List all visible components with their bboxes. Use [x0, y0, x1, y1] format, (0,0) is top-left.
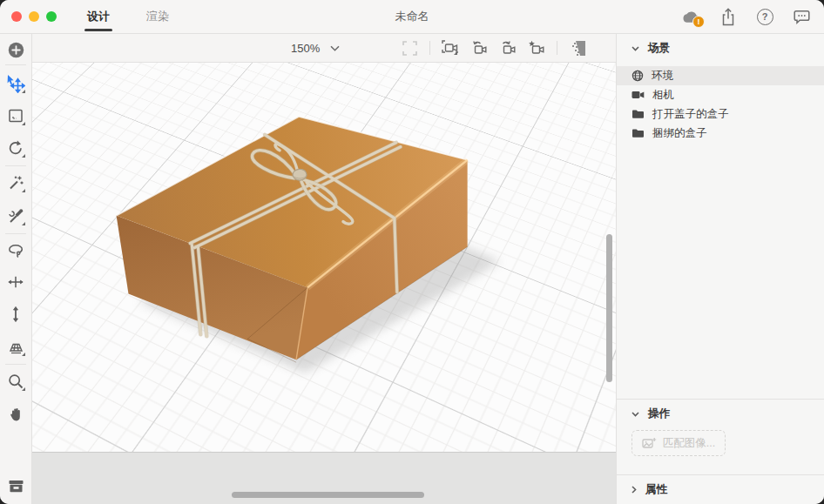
- scene-item-environment[interactable]: 环境: [617, 66, 824, 85]
- perspective-tool[interactable]: [4, 335, 27, 358]
- cloud-warning-badge: !: [692, 16, 705, 28]
- actions-section-header[interactable]: 操作: [617, 400, 824, 428]
- plus-circle-icon: [8, 42, 24, 58]
- scene-section: 场景 环境 相机: [617, 34, 824, 400]
- mode-tabs: 设计 渲染: [85, 0, 171, 33]
- camera-redo-icon: [499, 40, 517, 56]
- scene-item-label: 相机: [652, 88, 674, 103]
- camera-view-button[interactable]: [442, 39, 459, 57]
- color-picker-tool[interactable]: [4, 205, 27, 227]
- lasso-tool[interactable]: [4, 239, 27, 261]
- horizontal-scrollbar[interactable]: [232, 492, 424, 498]
- actions-section-title: 操作: [648, 407, 670, 421]
- minimize-button[interactable]: [29, 11, 39, 22]
- submenu-indicator: [454, 51, 457, 55]
- tab-design[interactable]: 设计: [85, 0, 111, 33]
- tab-render[interactable]: 渲染: [145, 0, 171, 33]
- folder-icon: [632, 109, 645, 119]
- toolbar-separator: [5, 364, 26, 365]
- camera-undo-icon: [470, 40, 488, 56]
- toolbar-separator: [557, 41, 557, 55]
- rotate-tool[interactable]: [4, 137, 27, 159]
- add-object-button[interactable]: [4, 38, 27, 61]
- camera-state-star-icon: [528, 40, 545, 56]
- titlebar: 设计 渲染 未命名 ! ?: [0, 0, 824, 34]
- folder-icon: [632, 128, 645, 138]
- hand-icon: [8, 406, 24, 423]
- submenu-indicator: [22, 122, 25, 125]
- zoom-level-dropdown[interactable]: 150%: [291, 42, 340, 55]
- chevron-down-icon: [632, 46, 639, 51]
- zoom-tool[interactable]: [4, 370, 27, 393]
- fit-frame-button[interactable]: [401, 39, 418, 57]
- fit-frame-icon: [402, 41, 417, 56]
- feedback-chat-icon[interactable]: [792, 7, 811, 26]
- move-cross-icon: [7, 273, 24, 291]
- properties-section: 属性: [617, 475, 824, 504]
- chevron-right-icon: [632, 486, 637, 494]
- lasso-icon: [7, 242, 25, 259]
- cloud-sync-icon[interactable]: !: [682, 7, 701, 26]
- frame-tool[interactable]: [4, 104, 27, 127]
- scene-item-label: 捆绑的盒子: [652, 126, 707, 141]
- share-icon[interactable]: [719, 7, 738, 26]
- submenu-indicator: [22, 154, 25, 158]
- scene-item-tied-box[interactable]: 捆绑的盒子: [617, 124, 824, 143]
- match-image-icon: [642, 437, 657, 449]
- toolbar-separator: [5, 64, 26, 65]
- pan-tool[interactable]: [4, 403, 27, 426]
- move-tool[interactable]: [4, 271, 27, 293]
- chevron-down-icon: [632, 412, 639, 417]
- zoom-level-value: 150%: [291, 42, 320, 55]
- scene-section-title: 场景: [648, 41, 670, 56]
- select-move-tool[interactable]: [4, 72, 27, 95]
- camera-undo-button[interactable]: [470, 39, 488, 57]
- move-vertical-tool[interactable]: [4, 303, 27, 326]
- scene-item-label: 环境: [652, 69, 673, 84]
- left-toolbar: [0, 34, 32, 504]
- canvas-gutter: [32, 452, 616, 504]
- vertical-arrow-icon: [8, 306, 24, 323]
- toolbar-separator: [429, 41, 430, 55]
- wrapped-package-object[interactable]: [32, 63, 616, 452]
- right-panel: 场景 环境 相机: [616, 34, 824, 504]
- document-title: 未命名: [395, 9, 429, 24]
- scene-item-label: 打开盖子的盒子: [652, 107, 729, 122]
- scene-item-camera[interactable]: 相机: [617, 85, 824, 104]
- globe-icon: [632, 70, 644, 82]
- submenu-indicator: [22, 222, 25, 225]
- magic-wand-tool[interactable]: [4, 171, 27, 194]
- library-button[interactable]: [4, 474, 27, 497]
- archive-box-icon: [8, 479, 24, 494]
- traffic-lights: [11, 11, 57, 22]
- camera-redo-button[interactable]: [499, 39, 517, 57]
- actions-section: 操作 匹配图像...: [617, 400, 824, 475]
- video-camera-icon: [632, 90, 645, 100]
- camera-states-button[interactable]: [528, 39, 545, 57]
- toolbar-separator: [5, 233, 26, 234]
- toolbar-separator: [5, 165, 26, 166]
- properties-section-title: 属性: [645, 482, 667, 497]
- match-image-label: 匹配图像...: [663, 436, 715, 451]
- maximize-button[interactable]: [46, 11, 57, 22]
- app-window: 设计 渲染 未命名 ! ?: [0, 0, 824, 504]
- canvas-toolbar: 150%: [32, 34, 616, 63]
- submenu-indicator: [22, 353, 25, 356]
- vertical-scrollbar[interactable]: [606, 234, 612, 382]
- close-button[interactable]: [11, 11, 22, 22]
- properties-section-header[interactable]: 属性: [617, 475, 824, 504]
- help-icon[interactable]: ?: [755, 7, 774, 26]
- background-gradient-button[interactable]: [569, 39, 586, 57]
- dither-gradient-icon: [571, 41, 585, 56]
- submenu-indicator: [22, 189, 25, 192]
- submenu-indicator: [22, 90, 25, 93]
- match-image-button[interactable]: 匹配图像...: [632, 430, 726, 456]
- scene-section-header[interactable]: 场景: [617, 34, 824, 63]
- submenu-indicator: [22, 387, 25, 391]
- scene-item-open-box[interactable]: 打开盖子的盒子: [617, 104, 824, 124]
- chevron-down-icon: [330, 45, 340, 51]
- 3d-viewport[interactable]: [32, 63, 616, 452]
